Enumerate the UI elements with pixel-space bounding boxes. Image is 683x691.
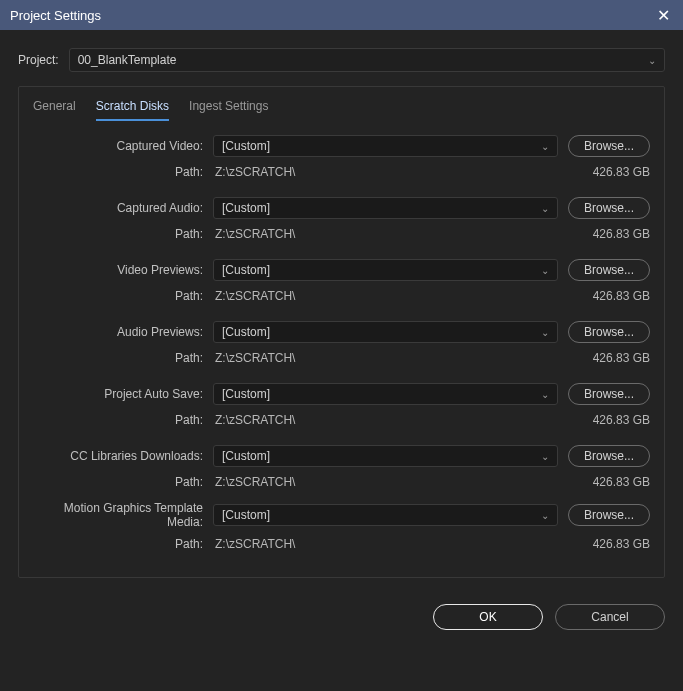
captured-video-dropdown[interactable]: [Custom] ⌄ <box>213 135 558 157</box>
section-audio-previews: Audio Previews: [Custom] ⌄ Browse... Pat… <box>33 321 650 365</box>
tab-scratch-disks[interactable]: Scratch Disks <box>96 95 169 121</box>
mogrt-browse-button[interactable]: Browse... <box>568 504 650 526</box>
audio-previews-storage: 426.83 GB <box>558 351 650 365</box>
close-icon[interactable]: ✕ <box>653 5 673 25</box>
cc-libraries-dropdown[interactable]: [Custom] ⌄ <box>213 445 558 467</box>
section-captured-audio: Captured Audio: [Custom] ⌄ Browse... Pat… <box>33 197 650 241</box>
mogrt-value: [Custom] <box>222 508 270 522</box>
path-label: Path: <box>33 413 213 427</box>
cancel-button[interactable]: Cancel <box>555 604 665 630</box>
captured-audio-browse-button[interactable]: Browse... <box>568 197 650 219</box>
chevron-down-icon: ⌄ <box>648 55 656 66</box>
audio-previews-path: Z:\zSCRATCH\ <box>213 351 558 365</box>
footer: OK Cancel <box>0 590 683 644</box>
auto-save-storage: 426.83 GB <box>558 413 650 427</box>
audio-previews-value: [Custom] <box>222 325 270 339</box>
video-previews-dropdown[interactable]: [Custom] ⌄ <box>213 259 558 281</box>
video-previews-path: Z:\zSCRATCH\ <box>213 289 558 303</box>
captured-video-browse-button[interactable]: Browse... <box>568 135 650 157</box>
cc-libraries-path: Z:\zSCRATCH\ <box>213 475 558 489</box>
section-cc-libraries: CC Libraries Downloads: [Custom] ⌄ Brows… <box>33 445 650 489</box>
path-label: Path: <box>33 537 213 551</box>
chevron-down-icon: ⌄ <box>541 141 549 152</box>
settings-panel: General Scratch Disks Ingest Settings Ca… <box>18 86 665 578</box>
content-area: Project: 00_BlankTemplate ⌄ General Scra… <box>0 30 683 590</box>
auto-save-dropdown[interactable]: [Custom] ⌄ <box>213 383 558 405</box>
chevron-down-icon: ⌄ <box>541 265 549 276</box>
cc-libraries-storage: 426.83 GB <box>558 475 650 489</box>
captured-video-path: Z:\zSCRATCH\ <box>213 165 558 179</box>
project-value: 00_BlankTemplate <box>78 53 177 67</box>
cc-libraries-browse-button[interactable]: Browse... <box>568 445 650 467</box>
video-previews-label: Video Previews: <box>33 263 213 277</box>
audio-previews-label: Audio Previews: <box>33 325 213 339</box>
captured-audio-label: Captured Audio: <box>33 201 213 215</box>
cc-libraries-value: [Custom] <box>222 449 270 463</box>
path-label: Path: <box>33 475 213 489</box>
mogrt-label: Motion Graphics Template Media: <box>33 501 213 529</box>
chevron-down-icon: ⌄ <box>541 451 549 462</box>
section-video-previews: Video Previews: [Custom] ⌄ Browse... Pat… <box>33 259 650 303</box>
captured-audio-storage: 426.83 GB <box>558 227 650 241</box>
tab-general[interactable]: General <box>33 95 76 121</box>
audio-previews-dropdown[interactable]: [Custom] ⌄ <box>213 321 558 343</box>
captured-video-storage: 426.83 GB <box>558 165 650 179</box>
captured-video-value: [Custom] <box>222 139 270 153</box>
mogrt-dropdown[interactable]: [Custom] ⌄ <box>213 504 558 526</box>
chevron-down-icon: ⌄ <box>541 327 549 338</box>
chevron-down-icon: ⌄ <box>541 510 549 521</box>
video-previews-browse-button[interactable]: Browse... <box>568 259 650 281</box>
auto-save-value: [Custom] <box>222 387 270 401</box>
path-label: Path: <box>33 289 213 303</box>
video-previews-storage: 426.83 GB <box>558 289 650 303</box>
section-captured-video: Captured Video: [Custom] ⌄ Browse... Pat… <box>33 135 650 179</box>
tab-ingest-settings[interactable]: Ingest Settings <box>189 95 268 121</box>
path-label: Path: <box>33 227 213 241</box>
auto-save-browse-button[interactable]: Browse... <box>568 383 650 405</box>
video-previews-value: [Custom] <box>222 263 270 277</box>
captured-audio-value: [Custom] <box>222 201 270 215</box>
mogrt-path: Z:\zSCRATCH\ <box>213 537 558 551</box>
window-title: Project Settings <box>10 8 101 23</box>
mogrt-storage: 426.83 GB <box>558 537 650 551</box>
audio-previews-browse-button[interactable]: Browse... <box>568 321 650 343</box>
cc-libraries-label: CC Libraries Downloads: <box>33 449 213 463</box>
captured-audio-path: Z:\zSCRATCH\ <box>213 227 558 241</box>
section-auto-save: Project Auto Save: [Custom] ⌄ Browse... … <box>33 383 650 427</box>
auto-save-label: Project Auto Save: <box>33 387 213 401</box>
titlebar: Project Settings ✕ <box>0 0 683 30</box>
ok-button[interactable]: OK <box>433 604 543 630</box>
path-label: Path: <box>33 165 213 179</box>
project-row: Project: 00_BlankTemplate ⌄ <box>18 48 665 72</box>
captured-video-label: Captured Video: <box>33 139 213 153</box>
tabs: General Scratch Disks Ingest Settings <box>33 95 650 121</box>
project-label: Project: <box>18 53 59 67</box>
auto-save-path: Z:\zSCRATCH\ <box>213 413 558 427</box>
project-dropdown[interactable]: 00_BlankTemplate ⌄ <box>69 48 665 72</box>
chevron-down-icon: ⌄ <box>541 203 549 214</box>
captured-audio-dropdown[interactable]: [Custom] ⌄ <box>213 197 558 219</box>
path-label: Path: <box>33 351 213 365</box>
chevron-down-icon: ⌄ <box>541 389 549 400</box>
section-mogrt: Motion Graphics Template Media: [Custom]… <box>33 501 650 551</box>
